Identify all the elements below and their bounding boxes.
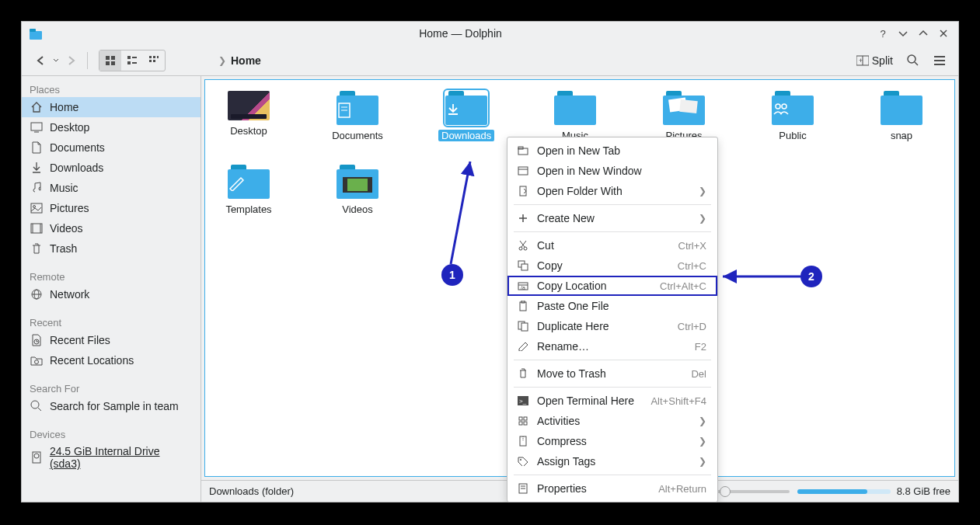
folder-videos[interactable]: Videos bbox=[330, 165, 385, 215]
folder-label: Videos bbox=[342, 203, 373, 215]
sidebar-item-documents[interactable]: Documents bbox=[22, 137, 201, 158]
breadcrumb[interactable]: ❯ Home bbox=[218, 54, 261, 67]
menu-item-rename-[interactable]: Rename…F2 bbox=[507, 336, 717, 356]
svg-rect-9 bbox=[127, 61, 131, 64]
menu-item-open-terminal-here[interactable]: >_Open Terminal HereAlt+Shift+F4 bbox=[507, 391, 717, 411]
compact-view-button[interactable] bbox=[121, 50, 143, 71]
sidebar-item-recent-files[interactable]: Recent Files bbox=[22, 330, 201, 350]
menu-item-assign-tags[interactable]: Assign Tags❯ bbox=[507, 451, 717, 471]
svg-rect-12 bbox=[153, 56, 155, 58]
sidebar-item-recent-locations[interactable]: Recent Locations bbox=[22, 350, 201, 370]
forward-button[interactable] bbox=[61, 50, 82, 71]
dolphin-window: Home — Dolphin ? ❯ Home + Split bbox=[21, 21, 959, 502]
devices-header: Devices bbox=[22, 424, 201, 442]
svg-text:?: ? bbox=[880, 28, 885, 39]
chevron-right-icon: ❯ bbox=[218, 55, 226, 66]
sidebar-item-search-sample[interactable]: Search for Sample in team bbox=[22, 396, 201, 416]
sidebar-item-home[interactable]: Home bbox=[22, 97, 201, 117]
search-button[interactable] bbox=[902, 50, 924, 71]
svg-rect-64 bbox=[521, 323, 528, 331]
menu-item-open-in-new-window[interactable]: Open in New Window bbox=[507, 161, 717, 181]
close-button[interactable] bbox=[935, 25, 952, 42]
svg-rect-49 bbox=[520, 186, 526, 196]
svg-rect-61 bbox=[520, 302, 526, 311]
recent-header: Recent bbox=[22, 312, 201, 330]
minimize-button[interactable] bbox=[895, 25, 912, 42]
back-dropdown[interactable] bbox=[51, 50, 61, 71]
videos-icon bbox=[30, 221, 44, 235]
folder-label: Desktop bbox=[230, 125, 267, 137]
compress-icon bbox=[515, 435, 531, 447]
folder-pictures[interactable]: Pictures bbox=[656, 91, 712, 141]
sidebar-item-downloads[interactable]: Downloads bbox=[22, 158, 201, 178]
menu-item-open-in-new-tab[interactable]: Open in New Tab bbox=[507, 141, 717, 161]
documents-icon bbox=[30, 141, 44, 155]
menu-item-paste-one-file[interactable]: Paste One File bbox=[507, 296, 717, 316]
svg-point-44 bbox=[782, 104, 786, 109]
menu-item-open-folder-with[interactable]: Open Folder With❯ bbox=[507, 181, 717, 201]
folder-documents[interactable]: Documents bbox=[330, 91, 385, 141]
sidebar-item-pictures[interactable]: Pictures bbox=[22, 198, 201, 218]
menu-item-copy-location[interactable]: /aCopy LocationCtrl+Alt+C bbox=[507, 276, 717, 296]
properties-icon bbox=[515, 482, 531, 495]
folder-music[interactable]: Music bbox=[547, 91, 603, 141]
drive-icon bbox=[30, 450, 44, 464]
back-button[interactable] bbox=[30, 50, 51, 71]
svg-rect-10 bbox=[132, 62, 137, 64]
svg-text:+: + bbox=[859, 57, 863, 64]
terminal-icon: >_ bbox=[515, 395, 531, 407]
sidebar-item-trash[interactable]: Trash bbox=[22, 238, 201, 259]
sidebar-item-videos[interactable]: Videos bbox=[22, 218, 201, 238]
menu-item-copy[interactable]: CopyCtrl+C bbox=[507, 256, 717, 276]
folder-label: snap bbox=[891, 130, 912, 141]
home-icon bbox=[30, 100, 44, 114]
svg-rect-15 bbox=[153, 60, 155, 62]
svg-point-43 bbox=[776, 104, 780, 109]
svg-point-53 bbox=[524, 247, 527, 250]
trash-icon bbox=[30, 242, 44, 256]
svg-rect-3 bbox=[106, 56, 110, 60]
chevron-right-icon: ❯ bbox=[699, 436, 706, 447]
copy-loc-icon: /a bbox=[515, 280, 531, 292]
menu-item-compress[interactable]: Compress❯ bbox=[507, 431, 717, 451]
folder-public[interactable]: Public bbox=[765, 91, 821, 141]
split-icon: + bbox=[856, 55, 869, 66]
rename-icon bbox=[515, 340, 531, 353]
menu-button[interactable] bbox=[929, 50, 950, 71]
sidebar-item-music[interactable]: Music bbox=[22, 178, 201, 198]
sidebar-item-desktop[interactable]: Desktop bbox=[22, 117, 201, 137]
svg-line-20 bbox=[915, 62, 918, 65]
svg-point-36 bbox=[31, 401, 39, 409]
help-button[interactable]: ? bbox=[874, 25, 891, 42]
folder-snap[interactable]: snap bbox=[874, 91, 929, 141]
recent-files-icon bbox=[30, 333, 44, 347]
svg-point-19 bbox=[908, 55, 915, 63]
menu-item-duplicate-here[interactable]: Duplicate HereCtrl+D bbox=[507, 316, 717, 336]
menu-item-cut[interactable]: CutCtrl+X bbox=[507, 235, 717, 256]
zoom-handle[interactable] bbox=[720, 486, 731, 497]
svg-text:>_: >_ bbox=[519, 398, 527, 405]
annotation-marker-1: 1 bbox=[441, 264, 463, 286]
breadcrumb-home[interactable]: Home bbox=[231, 54, 261, 67]
folder-downloads[interactable]: Downloads bbox=[438, 91, 494, 141]
svg-rect-57 bbox=[521, 264, 528, 270]
sidebar-item-internal-drive[interactable]: 24.5 GiB Internal Drive (sda3) bbox=[22, 442, 201, 473]
open-with-icon bbox=[515, 185, 531, 197]
maximize-button[interactable] bbox=[915, 25, 932, 42]
icon-view-button[interactable] bbox=[99, 50, 121, 71]
pictures-icon bbox=[30, 201, 44, 215]
menu-item-move-to-trash[interactable]: Move to TrashDel bbox=[507, 363, 717, 384]
folder-label: Documents bbox=[332, 130, 383, 141]
menu-item-properties[interactable]: PropertiesAlt+Return bbox=[507, 478, 717, 499]
menu-item-activities[interactable]: Activities❯ bbox=[507, 411, 717, 431]
svg-rect-1 bbox=[30, 29, 36, 32]
folder-desktop[interactable]: Desktop bbox=[221, 91, 277, 141]
details-view-button[interactable] bbox=[143, 50, 165, 71]
menu-item-create-new[interactable]: Create New❯ bbox=[507, 208, 717, 228]
folder-templates[interactable]: Templates bbox=[221, 165, 277, 215]
chevron-right-icon: ❯ bbox=[699, 186, 706, 196]
svg-point-35 bbox=[35, 360, 39, 364]
folder-label: Public bbox=[779, 130, 806, 141]
split-button[interactable]: + Split bbox=[852, 53, 898, 68]
sidebar-item-network[interactable]: Network bbox=[22, 284, 201, 304]
